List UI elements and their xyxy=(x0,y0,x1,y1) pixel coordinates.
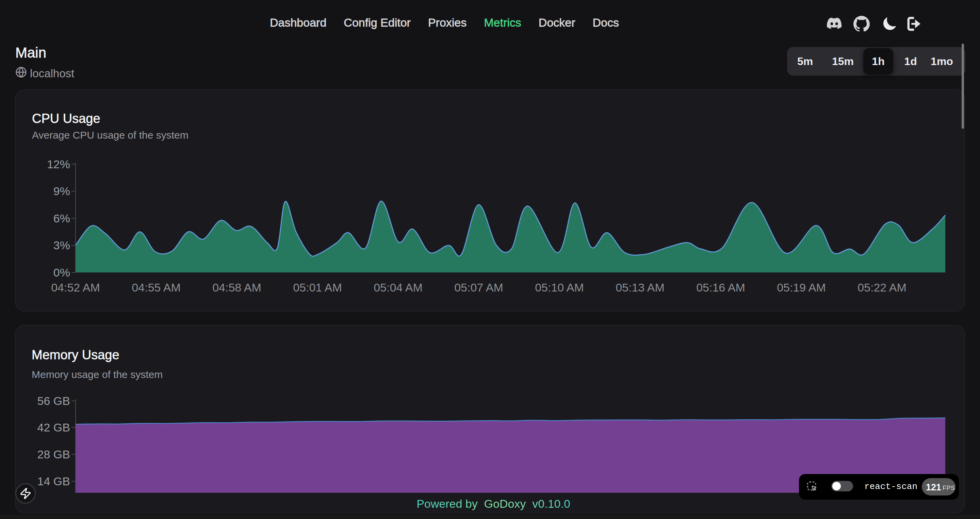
svg-text:05:10 AM: 05:10 AM xyxy=(535,281,584,294)
svg-text:12%: 12% xyxy=(47,158,70,171)
svg-text:05:01 AM: 05:01 AM xyxy=(293,281,342,294)
svg-text:3%: 3% xyxy=(53,239,70,252)
svg-text:04:52 AM: 04:52 AM xyxy=(51,281,100,294)
svg-text:56 GB: 56 GB xyxy=(37,394,70,407)
svg-text:14 GB: 14 GB xyxy=(37,475,70,488)
svg-text:05:16 AM: 05:16 AM xyxy=(696,281,745,294)
svg-text:04:55 AM: 04:55 AM xyxy=(132,281,181,294)
svg-text:05:22 AM: 05:22 AM xyxy=(858,281,907,294)
svg-text:0%: 0% xyxy=(53,266,70,279)
svg-text:05:04 AM: 05:04 AM xyxy=(374,281,423,294)
svg-text:28 GB: 28 GB xyxy=(37,448,70,461)
svg-text:42 GB: 42 GB xyxy=(37,421,70,434)
svg-text:05:07 AM: 05:07 AM xyxy=(454,281,503,294)
svg-text:05:13 AM: 05:13 AM xyxy=(616,281,665,294)
svg-text:04:58 AM: 04:58 AM xyxy=(212,281,261,294)
svg-text:05:19 AM: 05:19 AM xyxy=(777,281,826,294)
svg-text:9%: 9% xyxy=(53,185,70,198)
svg-text:6%: 6% xyxy=(53,212,70,225)
